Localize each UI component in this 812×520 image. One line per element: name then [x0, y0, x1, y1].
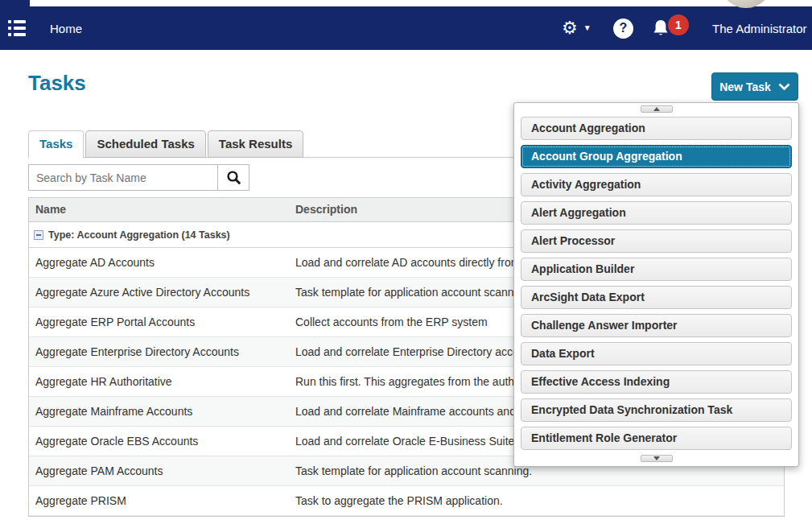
menu-item-arcsight-data-export[interactable]: ArcSight Data Export [521, 286, 792, 309]
chevron-down-icon: ▼ [583, 24, 591, 32]
menu-item-activity-aggregation[interactable]: Activity Aggregation [521, 173, 792, 196]
task-name[interactable]: Aggregate AD Accounts [29, 256, 289, 269]
new-task-dropdown-menu: Account Aggregation Account Group Aggreg… [513, 102, 799, 467]
menu-item-alert-processor[interactable]: Alert Processor [521, 229, 792, 253]
scroll-up-icon [653, 107, 660, 111]
tab-scheduled-tasks[interactable]: Scheduled Tasks [85, 130, 205, 158]
notifications-button[interactable]: 1 [652, 6, 670, 50]
task-name[interactable]: Aggregate ERP Portal Accounts [29, 316, 289, 328]
task-tabs: Tasks Scheduled Tasks Task Results [28, 130, 305, 158]
collapse-icon[interactable] [34, 230, 43, 240]
notification-badge: 1 [668, 14, 689, 35]
tab-task-results-label: Task Results [219, 137, 292, 151]
search-icon [226, 170, 241, 185]
task-name[interactable]: Aggregate PAM Accounts [29, 464, 289, 477]
chevron-down-icon [778, 83, 790, 91]
page-title: Tasks [28, 71, 86, 96]
task-name[interactable]: Aggregate Oracle EBS Accounts [29, 435, 289, 448]
scroll-down-button[interactable] [641, 455, 673, 462]
main-menu-button[interactable] [8, 6, 26, 50]
top-navbar: Home ⚙ ▼ ? 1 The Administrator ▼ [0, 6, 812, 50]
menu-item-account-aggregation[interactable]: Account Aggregation [521, 117, 792, 140]
menu-item-account-group-aggregation[interactable]: Account Group Aggregation [521, 145, 792, 168]
task-name[interactable]: Aggregate Mainframe Accounts [29, 405, 289, 418]
menu-item-challenge-answer-importer[interactable]: Challenge Answer Importer [521, 314, 792, 337]
search-button[interactable] [218, 164, 249, 191]
new-task-button[interactable]: New Task [711, 72, 798, 101]
table-row[interactable]: Aggregate PRISM Task to aggregate the PR… [29, 486, 784, 516]
search-input[interactable] [28, 164, 218, 191]
user-name-label: The Administrator [712, 22, 807, 35]
gear-icon: ⚙ [562, 19, 578, 37]
user-menu-button[interactable]: The Administrator ▼ [712, 6, 812, 50]
task-name[interactable]: Aggregate PRISM [29, 494, 289, 507]
new-task-label: New Task [719, 80, 771, 93]
menu-item-application-builder[interactable]: Application Builder [521, 258, 792, 281]
bell-icon [652, 19, 670, 38]
menu-item-effective-access-indexing[interactable]: Effective Access Indexing [521, 370, 792, 394]
scroll-up-button[interactable] [641, 105, 673, 113]
task-name[interactable]: Aggregate HR Authoritative [29, 375, 289, 388]
nav-home-link[interactable]: Home [50, 6, 82, 50]
scroll-down-icon [653, 456, 660, 460]
nav-home-label: Home [50, 22, 82, 35]
menu-item-entitlement-role-generator[interactable]: Entitlement Role Generator [521, 427, 792, 450]
task-name[interactable]: Aggregate Enterprise Directory Accounts [29, 345, 289, 358]
tab-tasks[interactable]: Tasks [28, 130, 84, 159]
tab-scheduled-tasks-label: Scheduled Tasks [97, 137, 194, 151]
column-header-name[interactable]: Name [29, 198, 289, 221]
help-icon: ? [613, 19, 633, 39]
tab-tasks-label: Tasks [39, 137, 72, 151]
task-description: Task to aggregate the PRISM application. [289, 494, 784, 507]
menu-item-alert-aggregation[interactable]: Alert Aggregation [521, 201, 792, 225]
help-button[interactable]: ? [613, 6, 633, 50]
hamburger-menu-icon [8, 20, 26, 36]
menu-item-data-export[interactable]: Data Export [521, 342, 792, 365]
settings-menu-button[interactable]: ⚙ ▼ [562, 6, 591, 50]
group-row-label: Type: Account Aggregation (14 Tasks) [48, 229, 230, 241]
menu-item-encrypted-data-synchronization-task[interactable]: Encrypted Data Synchronization Task [521, 398, 792, 422]
tab-task-results[interactable]: Task Results [208, 130, 303, 158]
task-name[interactable]: Aggregate Azure Active Directory Account… [29, 286, 289, 299]
